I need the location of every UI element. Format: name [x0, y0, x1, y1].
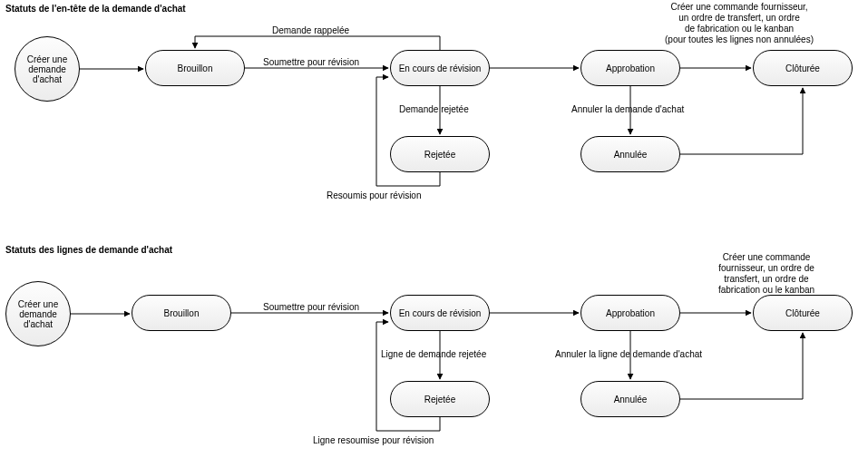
heading-line-status: Statuts des lignes de demande d'achat [5, 245, 172, 255]
node-approval-1: Approbation [580, 50, 680, 86]
node-cancelled-1: Annulée [580, 136, 680, 172]
node-review-2: En cours de révision [390, 295, 490, 331]
label-create-order-2: Créer une commande fournisseur, un ordre… [694, 252, 839, 296]
node-closed-2: Clôturée [753, 295, 853, 331]
label-resubmit-1: Resoumis pour révision [327, 190, 422, 201]
node-approval-2: Approbation [580, 295, 680, 331]
node-rejected-1: Rejetée [390, 136, 490, 172]
label-submit-2: Soumettre pour révision [263, 302, 359, 313]
node-rejected-2: Rejetée [390, 381, 490, 417]
node-start-2: Créer une demande d'achat [5, 281, 71, 346]
node-start-1: Créer une demande d'achat [15, 36, 80, 102]
label-cancel-req: Annuler la demande d'achat [571, 104, 684, 115]
label-rejected-req: Demande rejetée [399, 104, 469, 115]
node-draft-2: Brouillon [132, 295, 231, 331]
node-cancelled-2: Annulée [580, 381, 680, 417]
node-draft-1: Brouillon [145, 50, 245, 86]
node-closed-1: Clôturée [753, 50, 853, 86]
heading-header-status: Statuts de l'en-tête de la demande d'ach… [5, 4, 186, 14]
node-review-1: En cours de révision [390, 50, 490, 86]
label-line-resubmit: Ligne resoumise pour révision [313, 435, 434, 446]
label-create-order-1: Créer une commande fournisseur, un ordre… [635, 2, 844, 45]
label-line-rejected: Ligne de demande rejetée [381, 349, 486, 360]
label-submit-1: Soumettre pour révision [263, 57, 359, 68]
label-recalled: Demande rappelée [272, 25, 349, 36]
label-cancel-line: Annuler la ligne de demande d'achat [555, 349, 702, 360]
